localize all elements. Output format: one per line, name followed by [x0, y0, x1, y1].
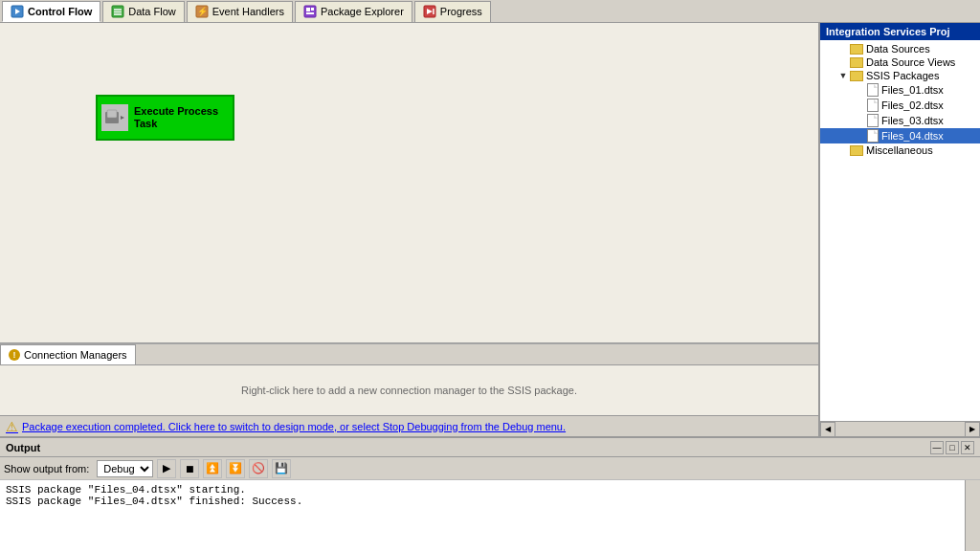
svg-rect-16 [107, 110, 117, 118]
output-controls: — □ ✕ [930, 441, 974, 454]
tree-item-label: Files_04.dtsx [881, 130, 944, 142]
cm-tab-bar: ! Connection Managers [0, 344, 818, 365]
svg-text:⚡: ⚡ [196, 6, 208, 17]
solution-tree: Data Sources Data Source Views ▼ SSIS Pa… [820, 40, 980, 421]
toolbar-btn-3[interactable]: ⏫ [203, 459, 222, 478]
tree-item-label: Files_03.dtsx [881, 115, 944, 126]
output-header: Output — □ ✕ [0, 438, 980, 457]
connection-managers-tab-label: Connection Managers [24, 349, 127, 361]
tab-data-flow-label: Data Flow [128, 6, 176, 17]
control-flow-icon [11, 5, 24, 18]
connection-managers-hint: Right-click here to add a new connection… [241, 385, 577, 396]
tab-progress[interactable]: Progress [414, 1, 491, 22]
expand-icon [837, 144, 849, 156]
output-line-1: SSIS package "Files_04.dtsx" starting. [6, 484, 974, 496]
svg-rect-9 [306, 8, 310, 11]
file-icon [867, 83, 879, 97]
folder-icon [850, 44, 863, 55]
toolbar-btn-4[interactable]: ⏬ [226, 459, 245, 478]
tree-item-label: Files_01.dtsx [881, 84, 944, 96]
scroll-left-button[interactable]: ◀ [820, 422, 835, 437]
folder-icon [850, 145, 863, 156]
toolbar-btn-1[interactable]: ▶ [157, 459, 176, 478]
tree-item-data-source-views[interactable]: Data Source Views [820, 55, 980, 69]
file-icon [867, 129, 879, 143]
warning-icon: ⚠ [6, 419, 18, 434]
connection-managers-section: ! Connection Managers Right-click here t… [0, 343, 818, 415]
task-icon [101, 104, 128, 131]
tree-item-files-01[interactable]: Files_01.dtsx [820, 82, 980, 98]
tree-item-label: SSIS Packages [866, 70, 939, 81]
designer-area[interactable]: Execute Process Task [0, 23, 818, 343]
scroll-track [835, 425, 965, 434]
task-label: Execute Process Task [134, 105, 218, 130]
solution-explorer-title: Integration Services Proj [826, 26, 950, 37]
solution-explorer-header: Integration Services Proj [820, 23, 980, 40]
connection-managers-icon: ! [9, 349, 20, 361]
output-close-button[interactable]: ✕ [961, 441, 974, 454]
execute-process-task[interactable]: Execute Process Task [96, 95, 234, 141]
output-float-button[interactable]: □ [946, 441, 959, 454]
right-scrollbar: ◀ ▶ [820, 421, 980, 436]
expand-icon [855, 84, 866, 96]
main-layout: Execute Process Task ! Connection Manage… [0, 23, 980, 436]
expand-icon [837, 43, 849, 55]
folder-icon [850, 57, 863, 68]
svg-rect-10 [311, 8, 314, 11]
expand-icon [855, 130, 866, 142]
svg-marker-17 [121, 116, 124, 120]
file-icon [867, 114, 879, 127]
folder-icon-open [850, 71, 863, 81]
expand-icon [837, 56, 849, 68]
tab-package-explorer-label: Package Explorer [321, 6, 404, 17]
status-bar[interactable]: ⚠ Package execution completed. Click her… [0, 415, 818, 436]
output-line-2: SSIS package "Files_04.dtsx" finished: S… [6, 496, 974, 507]
output-title: Output [6, 442, 930, 453]
output-scrollbar[interactable] [965, 480, 980, 551]
package-explorer-icon [303, 5, 317, 18]
toolbar-btn-2[interactable]: ⏹ [180, 459, 199, 478]
expand-icon: ▼ [837, 70, 849, 81]
expand-icon [855, 115, 866, 126]
expand-icon [855, 99, 866, 111]
center-panel: Execute Process Task ! Connection Manage… [0, 23, 820, 436]
toolbar-btn-5[interactable]: 🚫 [249, 459, 268, 478]
event-handlers-icon: ⚡ [195, 5, 209, 18]
tree-item-miscellaneous[interactable]: Miscellaneous [820, 143, 980, 157]
progress-icon [423, 5, 436, 18]
tab-event-handlers[interactable]: ⚡ Event Handlers [187, 1, 293, 22]
tab-data-flow[interactable]: Data Flow [102, 1, 185, 22]
right-panel: Integration Services Proj Data Sources D… [820, 23, 980, 436]
connection-managers-content: Right-click here to add a new connection… [0, 365, 818, 415]
output-panel: Output — □ ✕ Show output from: Debug ▶ ⏹… [0, 436, 980, 551]
tree-item-label: Data Source Views [866, 56, 955, 68]
tab-event-handlers-label: Event Handlers [212, 6, 284, 17]
tree-item-label: Files_02.dtsx [881, 99, 944, 111]
output-source-select[interactable]: Debug [97, 460, 153, 477]
svg-rect-11 [306, 12, 314, 14]
file-icon [867, 99, 879, 112]
output-minimize-button[interactable]: — [930, 441, 944, 454]
tab-bar: Control Flow Data Flow ⚡ Event Handlers [0, 0, 980, 23]
connection-managers-tab[interactable]: ! Connection Managers [0, 344, 136, 364]
output-content: SSIS package "Files_04.dtsx" starting. S… [0, 480, 980, 551]
output-toolbar: Show output from: Debug ▶ ⏹ ⏫ ⏬ 🚫 💾 [0, 457, 980, 480]
tree-item-label: Miscellaneous [866, 144, 933, 156]
tab-control-flow-label: Control Flow [28, 6, 92, 17]
tab-package-explorer[interactable]: Package Explorer [295, 1, 412, 22]
tree-item-files-03[interactable]: Files_03.dtsx [820, 113, 980, 128]
tree-item-data-sources[interactable]: Data Sources [820, 42, 980, 55]
tree-item-files-02[interactable]: Files_02.dtsx [820, 98, 980, 113]
tree-item-files-04[interactable]: Files_04.dtsx [820, 128, 980, 143]
toolbar-btn-6[interactable]: 💾 [272, 459, 291, 478]
tab-control-flow[interactable]: Control Flow [2, 1, 100, 22]
data-flow-icon [111, 5, 124, 18]
scroll-right-button[interactable]: ▶ [965, 422, 980, 437]
tab-progress-label: Progress [440, 6, 482, 17]
tree-item-ssis-packages[interactable]: ▼ SSIS Packages [820, 69, 980, 82]
status-message[interactable]: Package execution completed. Click here … [22, 421, 566, 432]
tree-item-label: Data Sources [866, 43, 930, 55]
show-output-label: Show output from: [4, 463, 89, 474]
